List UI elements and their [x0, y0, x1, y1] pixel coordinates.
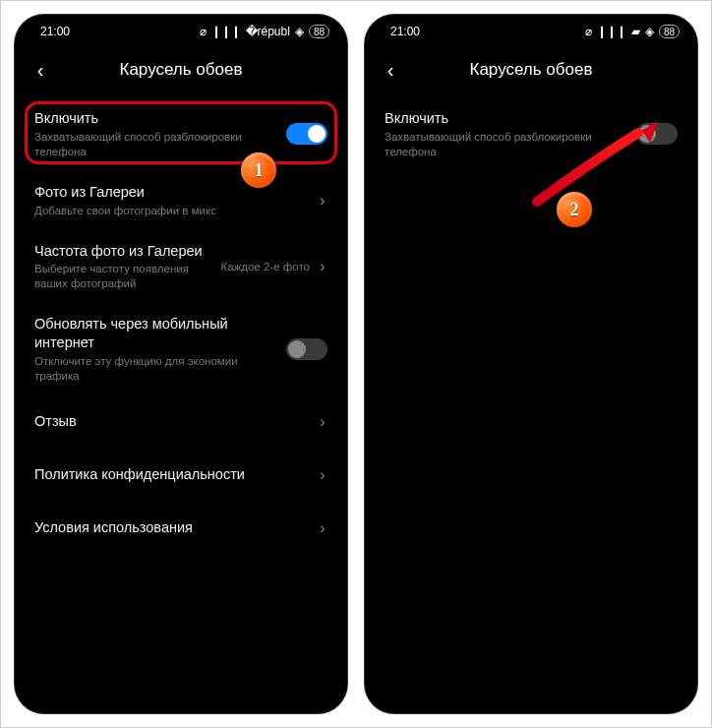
- status-bar: 21:00 ⌀ ❙❙❙ ▰ ◈ 88: [365, 15, 697, 42]
- status-icons: ⌀ ❙❙❙ ▰ ◈ 88: [585, 25, 680, 38]
- signal-icon: ▰: [631, 25, 640, 38]
- battery-indicator: 88: [309, 25, 329, 38]
- item-title: Отзыв: [34, 412, 310, 431]
- annotation-marker-2: 2: [557, 192, 592, 227]
- dnd-icon: ⌀: [585, 25, 592, 38]
- item-title: Включить: [34, 109, 278, 128]
- app-header: ‹ Карусель обоев: [15, 42, 347, 97]
- setting-mobile-update[interactable]: Обновлять через мобильный интернет Отклю…: [15, 303, 347, 395]
- status-bar: 21:00 ⌀ ❙❙❙ �républ ◈ 88: [15, 15, 347, 42]
- status-time: 21:00: [390, 25, 420, 38]
- item-subtitle: Захватывающий способ разблокировки телеф…: [385, 130, 628, 159]
- mobile-update-toggle[interactable]: [286, 338, 327, 360]
- item-title: Политика конфиденциальности: [34, 465, 310, 484]
- chevron-right-icon: ›: [318, 258, 327, 275]
- status-time: 21:00: [40, 25, 70, 38]
- wifi-icon: ◈: [295, 25, 304, 38]
- setting-enable[interactable]: Включить Захватывающий способ разблокиро…: [365, 97, 697, 171]
- annotation-marker-1: 1: [241, 152, 276, 188]
- app-header: ‹ Карусель обоев: [365, 42, 697, 97]
- status-icons: ⌀ ❙❙❙ �républ ◈ 88: [200, 25, 329, 38]
- wifi-icon: ◈: [645, 25, 654, 38]
- settings-list: Включить Захватывающий способ разблокиро…: [15, 97, 347, 555]
- chevron-right-icon: ›: [318, 466, 327, 484]
- phone-screenshot-left: 21:00 ⌀ ❙❙❙ �républ ◈ 88 ‹ Карусель обое…: [15, 15, 347, 713]
- dnd-icon: ⌀: [200, 25, 207, 38]
- back-button[interactable]: ‹: [27, 56, 54, 84]
- item-subtitle: Выберите частоту появления ваших фотогра…: [34, 262, 213, 291]
- enable-toggle[interactable]: [286, 123, 327, 145]
- chevron-right-icon: ›: [318, 413, 327, 431]
- setting-gallery-frequency[interactable]: Частота фото из Галереи Выберите частоту…: [15, 230, 347, 304]
- item-title: Обновлять через мобильный интернет: [34, 315, 278, 352]
- phone-screenshot-right: 21:00 ⌀ ❙❙❙ ▰ ◈ 88 ‹ Карусель обоев Вклю…: [365, 15, 697, 713]
- chevron-right-icon: ›: [318, 192, 327, 210]
- item-title: Условия использования: [34, 518, 310, 537]
- setting-enable[interactable]: Включить Захватывающий способ разблокиро…: [15, 97, 347, 171]
- item-subtitle: Добавьте свои фотографии в микс: [34, 204, 310, 218]
- item-title: Включить: [385, 109, 628, 128]
- item-subtitle: Захватывающий способ разблокировки телеф…: [34, 130, 278, 159]
- item-title: Частота фото из Галереи: [34, 242, 213, 261]
- settings-list: Включить Захватывающий способ разблокиро…: [365, 97, 697, 171]
- vibrate-icon: ❙❙❙: [211, 25, 241, 38]
- setting-privacy-policy[interactable]: Политика конфиденциальности ›: [15, 449, 347, 502]
- setting-review[interactable]: Отзыв ›: [15, 395, 347, 449]
- battery-indicator: 88: [659, 25, 680, 38]
- back-button[interactable]: ‹: [377, 56, 404, 84]
- chevron-right-icon: ›: [318, 519, 327, 537]
- item-value: Каждое 2-е фото: [221, 261, 310, 273]
- signal-icon: �républ: [246, 25, 290, 38]
- setting-gallery-photos[interactable]: Фото из Галереи Добавьте свои фотографии…: [15, 171, 347, 230]
- item-subtitle: Отключите эту функцию для экономии трафи…: [34, 354, 278, 384]
- page-title: Карусель обоев: [404, 60, 658, 80]
- vibrate-icon: ❙❙❙: [597, 25, 626, 38]
- setting-terms[interactable]: Условия использования ›: [15, 502, 347, 555]
- page-title: Карусель обоев: [54, 60, 308, 80]
- enable-toggle[interactable]: [636, 123, 678, 145]
- item-title: Фото из Галереи: [34, 183, 310, 202]
